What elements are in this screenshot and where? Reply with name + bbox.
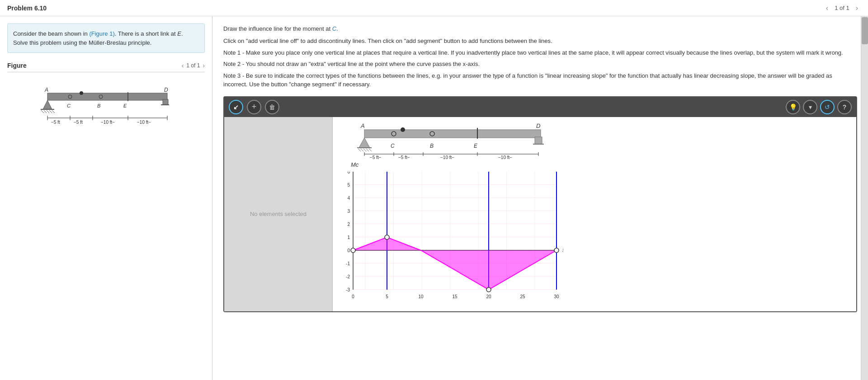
svg-point-93 xyxy=(351,248,355,253)
note-click: Click on "add vertical line off" to add … xyxy=(223,37,857,46)
svg-line-40 xyxy=(369,149,372,151)
figure-label: Figure xyxy=(7,62,27,69)
point-label: C xyxy=(332,25,336,32)
note3: Note 3 - Be sure to indicate the correct… xyxy=(223,71,857,89)
help-button[interactable]: ? xyxy=(837,100,852,114)
svg-text:−10 ft−: −10 ft− xyxy=(101,120,115,125)
svg-text:−5 ft: −5 ft xyxy=(51,120,60,125)
svg-rect-68 xyxy=(353,172,557,290)
svg-line-37 xyxy=(361,149,363,151)
graph-svg: 6 5 4 3 2 1 0 -1 -2 -3 0 xyxy=(337,172,563,303)
svg-line-7 xyxy=(49,110,52,113)
add-segment-button[interactable]: + xyxy=(247,100,261,114)
figure-beam-svg: A C B E D xyxy=(34,80,179,134)
refresh-button[interactable]: ↺ xyxy=(820,100,835,114)
svg-line-6 xyxy=(47,110,49,113)
dropdown-button[interactable]: ▾ xyxy=(803,100,817,114)
svg-line-39 xyxy=(366,149,369,151)
pagination: ‹ 1 of 1 › xyxy=(823,3,861,13)
figure-pagination: ‹ 1 of 1 › xyxy=(182,62,205,69)
main-layout: Consider the beam shown in (Figure 1). T… xyxy=(0,16,868,380)
svg-text:20: 20 xyxy=(486,294,491,299)
svg-text:-2: -2 xyxy=(346,274,350,279)
page-title: Problem 6.10 xyxy=(7,5,47,12)
delete-button[interactable]: 🗑 xyxy=(265,100,279,114)
scrollbar[interactable] xyxy=(861,16,868,380)
svg-point-95 xyxy=(486,287,491,292)
svg-text:D: D xyxy=(164,87,168,93)
svg-text:C: C xyxy=(391,143,395,149)
svg-marker-2 xyxy=(43,100,52,109)
svg-text:−10 ft−: −10 ft− xyxy=(440,155,454,160)
svg-text:3: 3 xyxy=(347,209,350,214)
svg-rect-0 xyxy=(47,93,167,100)
graph-beam-top: A C B E xyxy=(337,122,852,161)
figure-section: Figure ‹ 1 of 1 › xyxy=(7,62,205,135)
toolbar: ↙ + 🗑 💡 ▾ ↺ ? xyxy=(224,97,856,117)
note1: Note 1 - Make sure you place only one ve… xyxy=(223,48,857,57)
svg-text:A: A xyxy=(360,122,365,129)
left-panel: Consider the beam shown in (Figure 1). T… xyxy=(0,16,212,380)
svg-text:0: 0 xyxy=(347,248,350,253)
right-panel: Draw the influence line for the moment a… xyxy=(212,16,868,380)
svg-line-5 xyxy=(44,110,47,113)
no-elements-label: No elements selected xyxy=(250,211,307,217)
mc-axis-label: Mc xyxy=(351,161,852,168)
svg-text:E: E xyxy=(123,103,127,108)
graph-container[interactable]: 6 5 4 3 2 1 0 -1 -2 -3 0 xyxy=(337,172,852,304)
svg-rect-48 xyxy=(535,137,542,144)
svg-line-36 xyxy=(358,149,361,151)
figure-header: Figure ‹ 1 of 1 › xyxy=(7,62,205,72)
svg-text:10: 10 xyxy=(418,294,424,299)
svg-text:C: C xyxy=(67,103,71,108)
figure-prev-button[interactable]: ‹ xyxy=(182,62,184,69)
tool-area: ↙ + 🗑 💡 ▾ ↺ ? No elements selected xyxy=(223,96,857,312)
prev-page-button[interactable]: ‹ xyxy=(823,3,831,13)
svg-marker-34 xyxy=(359,138,370,148)
svg-text:B: B xyxy=(430,143,434,149)
instructions: Draw the influence line for the moment a… xyxy=(223,25,857,89)
svg-text:−10 ft−: −10 ft− xyxy=(498,155,512,160)
svg-text:6: 6 xyxy=(347,172,350,174)
svg-point-33 xyxy=(401,127,405,132)
figure-link[interactable]: (Figure 1) xyxy=(89,30,114,37)
svg-text:15: 15 xyxy=(452,294,458,299)
page-header: Problem 6.10 ‹ 1 of 1 › xyxy=(0,0,868,16)
svg-text:D: D xyxy=(536,122,540,129)
svg-text:−5 ft: −5 ft xyxy=(74,120,83,125)
hint-button[interactable]: 💡 xyxy=(786,100,800,114)
figure-next-button[interactable]: › xyxy=(203,62,205,69)
graph-panel[interactable]: A C B E xyxy=(333,117,856,311)
svg-line-8 xyxy=(52,110,55,113)
svg-text:B: B xyxy=(97,103,100,108)
svg-rect-32 xyxy=(364,130,541,138)
svg-point-1 xyxy=(80,91,83,95)
svg-text:30: 30 xyxy=(554,294,559,299)
scrollbar-thumb[interactable] xyxy=(862,17,868,44)
canvas-area: No elements selected xyxy=(224,117,856,311)
graph-beam-svg: A C B E xyxy=(337,122,852,160)
figure-page-count: 1 of 1 xyxy=(186,62,200,69)
svg-rect-16 xyxy=(163,99,168,105)
svg-text:2: 2 xyxy=(347,222,350,227)
svg-line-4 xyxy=(41,110,44,113)
toolbar-right-buttons: 💡 ▾ ↺ ? xyxy=(786,100,852,114)
add-vertical-line-button[interactable]: ↙ xyxy=(229,100,243,114)
svg-line-38 xyxy=(363,149,366,151)
svg-text:4: 4 xyxy=(347,196,350,201)
next-page-button[interactable]: › xyxy=(853,3,861,13)
svg-text:5: 5 xyxy=(386,294,388,299)
draw-instruction: Draw the influence line for the moment a… xyxy=(223,25,857,32)
svg-text:−5 ft−: −5 ft− xyxy=(398,155,410,160)
no-elements-panel: No elements selected xyxy=(224,117,333,311)
svg-point-96 xyxy=(554,248,559,253)
svg-text:0: 0 xyxy=(352,294,354,299)
svg-text:-1: -1 xyxy=(346,261,350,266)
svg-text:−5 ft−: −5 ft− xyxy=(370,155,382,160)
svg-text:E: E xyxy=(474,143,478,149)
note2: Note 2 - You should not draw an "extra" … xyxy=(223,60,857,69)
svg-text:A: A xyxy=(44,87,48,93)
figure-beam-diagram: A C B E D xyxy=(34,80,179,135)
svg-text:−10 ft−: −10 ft− xyxy=(137,120,151,125)
svg-text:5: 5 xyxy=(347,183,350,188)
